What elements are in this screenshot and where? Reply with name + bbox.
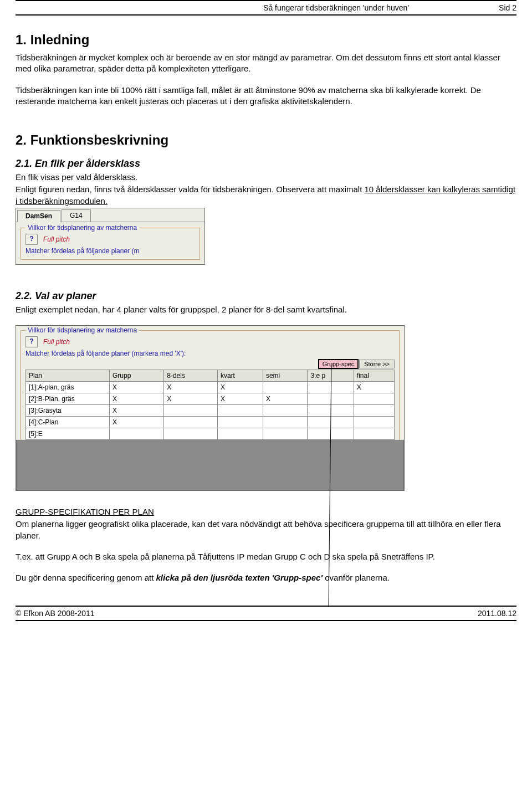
cell-mark[interactable] (164, 417, 218, 428)
col-plan: Plan (26, 370, 110, 382)
cell-mark[interactable]: X (217, 393, 263, 405)
fields-table: Plan Grupp 8-dels kvart semi 3:e p final… (25, 370, 395, 440)
page-header: Så fungerar tidsberäkningen 'under huven… (16, 0, 516, 16)
para-2-1-a: En flik visas per vald åldersklass. (16, 172, 516, 183)
cell-mark[interactable] (308, 382, 354, 393)
col-kvart: kvart (217, 370, 263, 382)
heading-2-2: 2.2. Val av planer (16, 290, 516, 302)
para-1-1: Tidsberäkningen är mycket komplex och är… (16, 52, 516, 75)
cell-mark[interactable] (354, 428, 394, 440)
fullpitch-label-2: Full pitch (43, 338, 70, 346)
footer-left: © Efkon AB 2008-2011 (16, 609, 95, 618)
col-3ep: 3:e p (308, 370, 354, 382)
grid-empty-area (16, 440, 404, 490)
cell-mark[interactable] (263, 405, 307, 417)
distribute-label: Matcher fördelas på följande planer (m (25, 247, 195, 255)
cell-plan[interactable]: [5]:E (26, 428, 110, 440)
cell-mark[interactable] (354, 405, 394, 417)
col-semi: semi (263, 370, 307, 382)
cell-mark[interactable] (217, 405, 263, 417)
header-page: Sid 2 (467, 3, 516, 12)
larger-button[interactable]: Större >> (359, 360, 395, 368)
heading-2-1: 2.1. En flik per åldersklass (16, 158, 516, 170)
grupp-spec-button[interactable]: Grupp-spec (319, 360, 358, 368)
cell-mark[interactable]: X (110, 382, 164, 393)
screenshot-fields-table: Villkor för tidsplanering av matcherna ?… (16, 325, 405, 491)
para-1-2: Tidsberäkningen kan inte bli 100% rätt i… (16, 85, 516, 107)
para-2-2: Enligt exemplet nedan, har 4 planer valt… (16, 304, 516, 315)
cell-plan[interactable]: [3]:Gräsyta (26, 405, 110, 417)
cell-mark[interactable] (354, 393, 394, 405)
cell-mark[interactable] (263, 417, 307, 428)
table-row: [1]:A-plan, gräsXXXX (26, 382, 395, 393)
tab-damsen[interactable]: DamSen (17, 210, 60, 222)
groupbox-legend: Villkor för tidsplanering av matcherna (25, 224, 139, 232)
cell-mark[interactable] (164, 428, 218, 440)
heading-inledning: 1. Inledning (16, 32, 516, 48)
cell-mark[interactable]: X (354, 382, 394, 393)
cell-plan[interactable]: [1]:A-plan, gräs (26, 382, 110, 393)
col-final: final (354, 370, 394, 382)
cell-mark[interactable] (263, 382, 307, 393)
groupspec-p3: Du gör denna specificering genom att kli… (16, 572, 516, 583)
cell-mark[interactable] (354, 417, 394, 428)
cell-mark[interactable] (164, 405, 218, 417)
help-button-2[interactable]: ? (25, 336, 38, 347)
col-8dels: 8-dels (164, 370, 218, 382)
col-grupp: Grupp (110, 370, 164, 382)
tab-g14[interactable]: G14 (62, 209, 91, 222)
cell-mark[interactable]: X (217, 382, 263, 393)
table-row: [2]:B-Plan, gräsXXXX (26, 393, 395, 405)
cell-mark[interactable]: X (110, 417, 164, 428)
heading-funktionsbeskrivning: 2. Funktionsbeskrivning (16, 132, 516, 148)
table-row: [5]:E (26, 428, 395, 440)
tab-bar: DamSen G14 (16, 208, 204, 222)
cell-mark[interactable] (217, 417, 263, 428)
cell-mark[interactable] (308, 405, 354, 417)
screenshot-tabs-small: DamSen G14 Villkor för tidsplanering av … (16, 208, 205, 265)
cell-mark[interactable]: X (164, 393, 218, 405)
table-row: [3]:GräsytaX (26, 405, 395, 417)
groupspec-title: GRUPP-SPECIFIKATION PER PLAN (16, 506, 516, 517)
cell-mark[interactable]: X (164, 382, 218, 393)
header-title: Så fungerar tidsberäkningen 'under huven… (206, 3, 467, 12)
para-2-1-b: Enligt figuren nedan, finns två ålderskl… (16, 184, 516, 207)
cell-mark[interactable] (217, 428, 263, 440)
cell-mark[interactable]: X (110, 393, 164, 405)
page-footer: © Efkon AB 2008-2011 2011.08.12 (16, 606, 516, 621)
cell-plan[interactable]: [4]:C-Plan (26, 417, 110, 428)
cell-mark[interactable]: X (110, 405, 164, 417)
cell-mark[interactable]: X (263, 393, 307, 405)
cell-mark[interactable] (308, 393, 354, 405)
groupbox-legend-2: Villkor för tidsplanering av matcherna (25, 326, 139, 334)
cell-mark[interactable] (110, 428, 164, 440)
groupspec-p2: T.ex. att Grupp A och B ska spela på pla… (16, 551, 516, 562)
table-header-row: Plan Grupp 8-dels kvart semi 3:e p final (26, 370, 395, 382)
groupbox-villkor: Villkor för tidsplanering av matcherna ?… (21, 228, 200, 260)
cell-mark[interactable] (308, 417, 354, 428)
cell-plan[interactable]: [2]:B-Plan, gräs (26, 393, 110, 405)
table-row: [4]:C-PlanX (26, 417, 395, 428)
help-button[interactable]: ? (25, 234, 38, 245)
cell-mark[interactable] (263, 428, 307, 440)
distribute-label-2: Matcher fördelas på följande planer (mar… (25, 350, 395, 357)
fullpitch-label: Full pitch (43, 235, 70, 243)
groupspec-p1: Om planerna ligger geografiskt olika pla… (16, 519, 516, 541)
cell-mark[interactable] (308, 428, 354, 440)
footer-right: 2011.08.12 (478, 609, 516, 618)
